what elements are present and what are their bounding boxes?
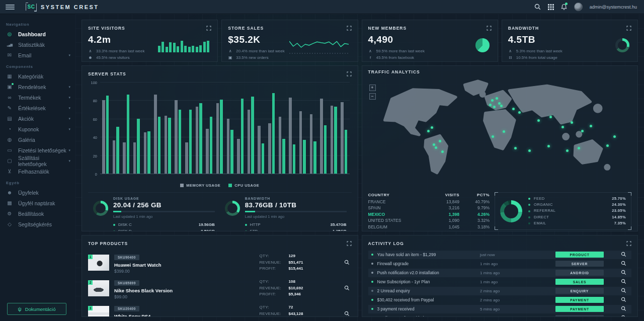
activity-row[interactable]: 3 payment received5 mins agoPAYMENT [368,305,632,313]
server-stats-chart: 020406080100 [100,83,350,181]
app-logo[interactable]: SC SYSTEM CREST [26,3,99,12]
sidebar-item-kuponok[interactable]: ◔Kuponok▾ [0,124,75,134]
map-marker-dot[interactable] [606,144,609,147]
magnifier-icon[interactable] [621,270,626,276]
stat-line-text: 33.3% more than last week [96,48,145,54]
activity-row[interactable]: 1 pull request from github5 mins agoGITH… [368,314,632,317]
apps-grid-icon[interactable] [548,4,554,10]
map-marker-dot[interactable] [496,97,498,100]
table-row[interactable]: SPAIN3,2169.79% [368,205,490,211]
sidebar-item-rendelesek[interactable]: ▣Rendelések▾ [0,82,75,92]
nav-section-label: Components [0,60,75,71]
sidebar-item-akciok[interactable]: ▤Akciók▾ [0,113,75,124]
sidebar-item-termekek[interactable]: ∞Termékek▾ [0,92,75,103]
product-thumbnail: 2 [88,280,109,296]
map-marker-dot[interactable] [566,149,569,152]
sidebar-item-ugyfelek[interactable]: ☻Ügyfelek [0,187,75,198]
table-row[interactable]: UNITED STATES1,0903.32% [368,217,490,224]
sidebar-item-label: Kategóriák [18,73,43,79]
expand-icon[interactable] [626,24,631,33]
product-name: Huawei Smart Watch [114,262,255,268]
sidebar-item-dashboard[interactable]: ◎Dashboard [0,29,75,39]
map-marker-dot[interactable] [439,140,441,142]
bar-pair [102,96,109,174]
map-marker-dot[interactable] [547,145,550,147]
sidebar-item-ugyfel-naptarak[interactable]: ▩Ügyfél naptárak [0,198,75,208]
usage-row: DISK C19.56GB [113,221,215,228]
activity-time: 2 mins ago [480,289,555,293]
magnifier-icon[interactable] [621,252,626,258]
visits-cell: 1,398 [424,211,459,218]
search-icon[interactable] [534,4,541,10]
activity-dot-icon [371,272,373,274]
source-legend-row: ORGANIC24.30% [528,202,626,208]
notifications-bell-icon[interactable] [561,4,567,10]
bar-pair [154,95,160,174]
map-marker-dot[interactable] [537,119,540,122]
table-row[interactable]: FRANCE13,84940.79% [368,199,490,205]
sidebar-item-label: Kuponok [18,126,39,132]
activity-row[interactable]: Firewall upgrade1 min agoSERVER [368,260,632,268]
map-marker-dot[interactable] [489,104,492,106]
sidebar-item-szallitasi-lehetosegek[interactable]: ▢Szállítási lehetőségek▾ [0,155,75,166]
sidebar-item-ertekelesek[interactable]: ✎Értékelések▾ [0,103,75,113]
table-row[interactable]: MEXICO1,3984.26% [368,211,490,218]
activity-row[interactable]: $30,402 received from Paypal2 mins agoPA… [368,296,632,304]
activity-time: 1 mins ago [480,271,555,275]
source-pct: 7.35% [614,220,626,226]
activity-row[interactable]: You have sold an item - $1,299just nowPR… [368,251,632,259]
map-marker-dot[interactable] [581,130,584,132]
sidebar-item-kategoriak[interactable]: ▦Kategóriák [0,71,75,82]
expand-icon[interactable] [487,24,492,33]
map-zoom-out-button[interactable]: − [369,93,376,100]
map-marker-dot[interactable] [427,130,430,132]
activity-row[interactable]: New Subscription - 1yr Plan1 min agoSALE… [368,278,632,286]
map-marker-dot[interactable] [498,102,501,105]
user-avatar[interactable] [574,3,583,11]
sidebar-item-felhasznalok[interactable]: ⊻Felhasználók [0,166,75,177]
expand-icon[interactable] [626,239,631,248]
traffic-sources-panel: FEED25.70%ORGANIC24.30%REFERRAL23.05%DIR… [495,192,631,230]
magnifier-icon[interactable] [621,315,626,317]
hamburger-menu-icon[interactable] [6,5,15,10]
chevron-down-icon: ▾ [68,53,70,57]
sidebar-item-fizetesi-lehetosegek[interactable]: ▭Fizetési lehetőségek▾ [0,145,75,155]
map-zoom-in-button[interactable]: + [369,85,376,91]
envelope-icon: ✉ [6,52,13,58]
expand-icon[interactable] [347,69,352,78]
magnifier-icon[interactable] [344,284,350,293]
sidebar-item-beallitasok[interactable]: ⚙Beállítások [0,208,75,219]
sidebar-item-statisztikak[interactable]: ▂▄▆Statisztikák [0,39,75,50]
documentation-button[interactable]: ψ Dokumentáció [7,303,66,315]
magnifier-icon[interactable] [621,297,626,303]
magnifier-icon[interactable] [621,261,626,267]
magnifier-icon[interactable] [344,258,350,267]
map-marker-dot[interactable] [512,108,515,110]
sidebar-item-label: Értékelések [18,105,46,111]
sidebar-item-galeria[interactable]: ◍Galéria [0,134,75,145]
expand-icon[interactable] [347,24,352,33]
map-marker-dot[interactable] [613,135,616,138]
credit-card-icon: ▭ [6,147,13,153]
activity-badge: SALES [555,279,604,285]
sidebar-item-segitsegkeres[interactable]: ◇Segítségkérés [0,219,75,229]
activity-row[interactable]: Push notification v2.0 installation1 min… [368,269,632,277]
expand-icon[interactable] [206,24,211,33]
world-map[interactable]: + − [368,75,632,190]
magnifier-icon[interactable] [344,309,350,317]
col-country: COUNTRY [368,192,425,199]
magnifier-icon[interactable] [621,288,626,294]
stat-line: ∧59.5% more than last week [368,48,425,54]
map-marker-dot[interactable] [433,143,435,146]
map-marker-dot[interactable] [518,111,521,114]
rank-badge: 3 [88,306,93,310]
magnifier-icon[interactable] [621,279,626,285]
bar-pair [123,95,129,174]
expand-icon[interactable] [347,239,352,248]
magnifier-icon[interactable] [621,306,626,312]
sidebar-item-email[interactable]: ✉Email▾ [0,50,75,60]
table-row[interactable]: BELGIUM1,0453.18% [368,224,490,230]
usage-row-label: DISK C [118,221,132,228]
bar-pair [248,97,254,174]
activity-row[interactable]: 2 Unread enquiry2 mins agoENQUIRY [368,287,632,295]
